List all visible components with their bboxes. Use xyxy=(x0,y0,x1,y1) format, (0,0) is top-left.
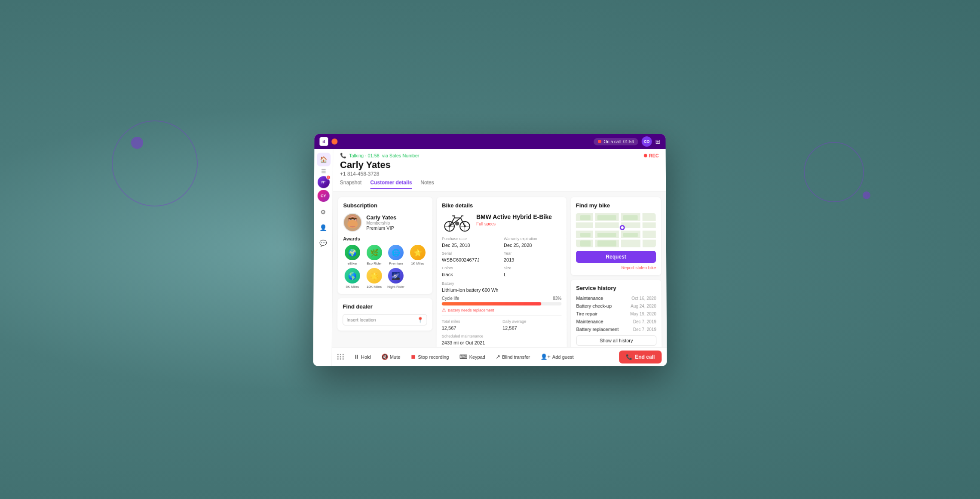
daily-avg-field: Daily average 12,567 xyxy=(502,319,561,331)
warranty-label: Warranty expiration xyxy=(504,237,561,241)
size-value: L xyxy=(504,272,506,277)
full-specs-link[interactable]: Full specs xyxy=(476,222,552,226)
service-date-3: Dec 7, 2019 xyxy=(633,319,656,324)
sidebar-item-user[interactable]: 👤 xyxy=(316,221,330,234)
award-badge-night: 🌌 xyxy=(388,268,404,283)
svg-rect-29 xyxy=(593,213,595,247)
location-pin-icon: 📍 xyxy=(417,317,424,323)
mute-label: Mute xyxy=(390,354,401,359)
customer-name: Carly Yates xyxy=(340,160,659,171)
keypad-icon: ⌨ xyxy=(459,354,467,360)
phone-icon: 📞 xyxy=(340,153,346,159)
battery-warning: ⚠ Battery needs replacement xyxy=(442,307,562,313)
sidebar-item-menu[interactable]: ☰ xyxy=(321,168,326,175)
add-guest-button[interactable]: 👤+ Add guest xyxy=(536,351,578,363)
mute-button[interactable]: 🔇 Mute xyxy=(377,351,405,363)
colors-label: Colors xyxy=(442,266,499,270)
svg-rect-32 xyxy=(580,215,591,220)
size-label: Size xyxy=(504,266,561,270)
hold-label: Hold xyxy=(361,354,371,359)
location-input-wrap: 📍 xyxy=(343,314,427,325)
user-avatar[interactable]: CO xyxy=(642,136,652,147)
serial-field: Serial WSBC60024677J xyxy=(442,251,499,263)
keypad-label: Keypad xyxy=(469,354,485,359)
svg-rect-35 xyxy=(580,233,591,237)
service-name-0: Maintenance xyxy=(576,296,603,301)
tab-customer-details[interactable]: Customer details xyxy=(370,179,412,189)
blind-transfer-button[interactable]: ↗ Blind transfer xyxy=(491,351,534,363)
map-placeholder xyxy=(576,213,656,247)
stop-recording-button[interactable]: ⏹ Stop recording xyxy=(406,351,453,363)
year-value: 2019 xyxy=(504,257,514,262)
request-button[interactable]: Request xyxy=(576,251,656,263)
award-label-eco: Eco Rider xyxy=(367,262,382,265)
content-area: 📞 Talking · 01:58 via Sales Number REC C… xyxy=(332,149,667,366)
stop-recording-icon: ⏹ xyxy=(410,354,416,360)
sidebar: 🏠 ☰ R² 2 CY ⚙ 👤 💬 xyxy=(313,149,333,366)
bike-details-card: Bike details xyxy=(437,197,567,347)
svg-rect-30 xyxy=(619,213,621,247)
cycle-life-bar-bg xyxy=(442,302,562,305)
tab-snapshot[interactable]: Snapshot xyxy=(340,179,362,189)
talking-label: Talking · 01:58 xyxy=(349,153,380,158)
sidebar-avatar[interactable]: R² 2 xyxy=(317,176,329,188)
award-badge-ebiker: 🌍 xyxy=(345,245,360,260)
service-item-1: Battery check-up Aug 24, 2020 xyxy=(576,303,656,308)
service-list: Maintenance Oct 16, 2020 Battery check-u… xyxy=(576,296,656,332)
hold-button[interactable]: ⏸ Hold xyxy=(349,351,375,363)
service-history-card: Service history Maintenance Oct 16, 2020… xyxy=(571,280,662,347)
purchase-date-field: Purchase date Dec 25, 2018 xyxy=(442,237,499,249)
find-dealer-title: Find dealer xyxy=(343,303,427,310)
award-10kmiles: 🌟 10K Miles xyxy=(364,268,384,289)
add-guest-label: Add guest xyxy=(552,354,574,359)
report-stolen-link[interactable]: Report stolen bike xyxy=(576,265,656,270)
cycle-life-section: Cycle life 83% ⚠ Battery needs replaceme… xyxy=(442,296,562,313)
service-item-0: Maintenance Oct 16, 2020 xyxy=(576,296,656,301)
svg-rect-38 xyxy=(580,240,591,246)
rec-dot xyxy=(644,154,647,157)
keypad-button[interactable]: ⌨ Keypad xyxy=(455,351,490,363)
location-input[interactable] xyxy=(343,314,427,325)
service-date-2: May 19, 2020 xyxy=(630,311,656,316)
nav-dot xyxy=(331,139,337,145)
sidebar-item-chat[interactable]: 💬 xyxy=(316,236,330,250)
cycle-life-pct: 83% xyxy=(553,296,561,301)
award-5kmiles: 🌎 5K Miles xyxy=(343,268,362,289)
scheduled-maint-value: 2433 mi or Out 2021 xyxy=(442,340,485,345)
end-call-button[interactable]: 📞 End call xyxy=(619,350,662,363)
svg-rect-36 xyxy=(597,233,616,237)
award-label-premium: Premium xyxy=(389,262,403,265)
warranty-field: Warranty expiration Dec 25, 2028 xyxy=(504,237,561,249)
left-panel: Subscription xyxy=(337,197,432,342)
bike-details-title: Bike details xyxy=(442,202,561,209)
customer-avatar xyxy=(343,213,362,232)
serial-label: Serial xyxy=(442,251,499,256)
tab-notes[interactable]: Notes xyxy=(420,179,434,189)
rec-badge: REC xyxy=(644,153,659,158)
svg-rect-28 xyxy=(576,238,656,240)
service-name-3: Maintenance xyxy=(576,319,603,324)
award-label-1kmiles: 1K Miles xyxy=(411,262,424,265)
sidebar-cy-avatar[interactable]: CY xyxy=(317,190,329,202)
show-all-history-button[interactable]: Show all history xyxy=(576,336,657,346)
sidebar-item-filter[interactable]: ⚙ xyxy=(316,205,330,219)
avatar-initials: CO xyxy=(644,139,650,144)
transfer-icon: ↗ xyxy=(496,354,500,360)
grid-icon[interactable]: ⊞ xyxy=(655,138,661,145)
bike-specs-grid: Purchase date Dec 25, 2018 Warranty expi… xyxy=(442,237,561,278)
rec-label: REC xyxy=(649,153,659,158)
size-field: Size L xyxy=(504,266,561,278)
center-panel: Bike details xyxy=(437,197,567,342)
end-call-phone-icon: 📞 xyxy=(626,354,632,360)
award-night: 🌌 Night Rider xyxy=(386,268,406,289)
serial-value: WSBC60024677J xyxy=(442,257,479,262)
service-date-1: Aug 24, 2020 xyxy=(631,304,656,308)
app-logo: it xyxy=(319,137,328,146)
svg-rect-26 xyxy=(576,228,656,231)
service-item-2: Tire repair May 19, 2020 xyxy=(576,311,656,316)
sidebar-item-home[interactable]: 🏠 xyxy=(317,153,331,166)
bike-name: BMW Active Hybrid E-Bike xyxy=(476,213,552,221)
membership-tier: Premium VIP xyxy=(366,225,396,231)
customer-phone: +1 814-458-3728 xyxy=(340,171,659,177)
award-1kmiles: ⭐ 1K Miles xyxy=(408,245,427,265)
